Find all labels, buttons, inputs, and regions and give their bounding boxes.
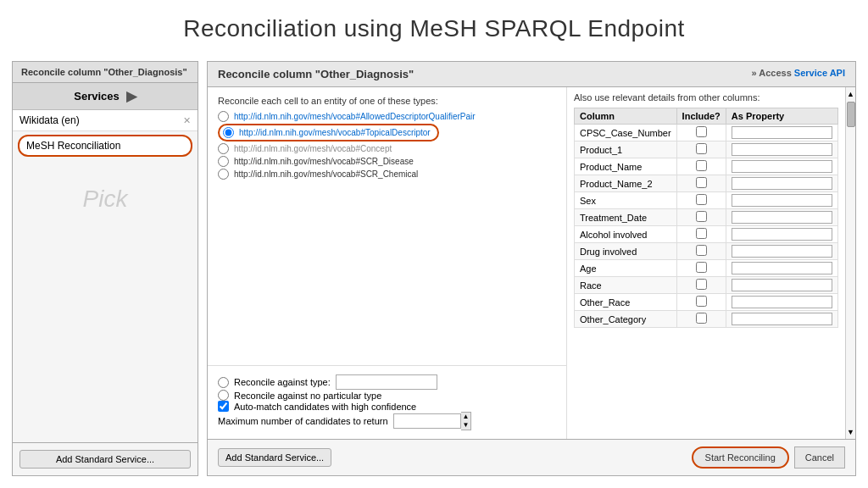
add-standard-service-button-left[interactable]: Add Standard Service... xyxy=(19,450,191,469)
table-row: Treatment_Date xyxy=(575,209,838,226)
auto-match-checkbox[interactable] xyxy=(218,401,229,412)
col-property-input[interactable] xyxy=(732,279,832,291)
scroll-thumb[interactable] xyxy=(847,102,855,127)
col-property-cell xyxy=(726,260,837,277)
add-service-icon[interactable]: ▶ xyxy=(126,88,136,104)
col-property-input[interactable] xyxy=(732,160,832,173)
col-include-checkbox[interactable] xyxy=(696,296,707,307)
spinner-down-icon[interactable]: ▼ xyxy=(461,421,471,430)
col-property-cell xyxy=(726,209,837,226)
reconcile-against-type-row: Reconcile against type: xyxy=(218,374,556,390)
service-api-anchor[interactable]: Service API xyxy=(794,68,845,78)
col-property-input[interactable] xyxy=(732,262,832,274)
type-option-0[interactable]: http://id.nlm.nih.gov/mesh/vocab#Allowed… xyxy=(218,111,556,122)
col-property-cell xyxy=(726,141,837,158)
table-row: Product_1 xyxy=(575,141,838,158)
type-option-4[interactable]: http://id.nlm.nih.gov/mesh/vocab#SCR_Che… xyxy=(218,169,556,180)
type-label-3: http://id.nlm.nih.gov/mesh/vocab#SCR_Dis… xyxy=(234,157,414,166)
reconcile-type-radio[interactable] xyxy=(218,377,229,388)
table-row: Age xyxy=(575,260,838,277)
wikidata-service-item[interactable]: Wikidata (en) ✕ xyxy=(13,110,198,131)
max-candidates-input[interactable] xyxy=(393,413,461,429)
type-radio-2[interactable] xyxy=(218,143,229,154)
spinner-buttons[interactable]: ▲ ▼ xyxy=(461,412,472,430)
type-option-2[interactable]: http://id.nlm.nih.gov/mesh/vocab#Concept xyxy=(218,143,556,154)
full-dialog: Reconcile column "Other_Diagnosis" » Acc… xyxy=(207,61,856,476)
col-name-cell: Product_Name xyxy=(575,158,677,175)
col-property-input[interactable] xyxy=(732,228,832,241)
auto-match-label: Auto-match candidates with high confiden… xyxy=(234,402,416,412)
col-property-input[interactable] xyxy=(732,143,832,156)
pick-text: Pick xyxy=(13,160,198,238)
col-name-cell: Alcohol involved xyxy=(575,226,677,243)
col-name-cell: Age xyxy=(575,260,677,277)
col-header-property: As Property xyxy=(726,108,837,125)
col-property-input[interactable] xyxy=(732,126,832,139)
auto-match-row: Auto-match candidates with high confiden… xyxy=(218,401,556,412)
left-panel-title: Reconcile column "Other_Diagnosis" xyxy=(13,62,198,83)
col-property-input[interactable] xyxy=(732,177,832,190)
left-panel: Reconcile column "Other_Diagnosis" Servi… xyxy=(12,61,198,476)
col-property-cell xyxy=(726,125,837,141)
col-include-cell xyxy=(676,141,726,158)
col-name-cell: Other_Category xyxy=(575,311,677,328)
dialog-left-bottom: Reconcile against type: Reconcile agains… xyxy=(208,365,566,439)
col-include-cell xyxy=(676,294,726,311)
col-name-cell: Product_Name_2 xyxy=(575,175,677,192)
type-radio-3[interactable] xyxy=(218,156,229,167)
type-radio-0[interactable] xyxy=(218,111,229,122)
reconcile-no-type-label: Reconcile against no particular type xyxy=(234,391,381,401)
col-include-cell xyxy=(676,192,726,209)
type-label-4: http://id.nlm.nih.gov/mesh/vocab#SCR_Che… xyxy=(234,169,418,179)
col-include-checkbox[interactable] xyxy=(696,211,707,222)
start-reconciling-button[interactable]: Start Reconciling xyxy=(692,446,789,469)
wikidata-close-icon[interactable]: ✕ xyxy=(183,115,191,126)
col-name-cell: Drug involved xyxy=(575,243,677,260)
col-name-cell: CPSC_Case_Number xyxy=(575,125,677,141)
max-candidates-label: Maximum number of candidates to return xyxy=(218,416,388,426)
scroll-up-arrow[interactable]: ▲ xyxy=(845,88,855,100)
col-property-cell xyxy=(726,294,837,311)
col-include-checkbox[interactable] xyxy=(696,228,707,239)
reconcile-type-input[interactable] xyxy=(336,374,437,390)
service-api-link[interactable]: » Access Service API xyxy=(751,68,845,78)
max-candidates-spinner[interactable]: ▲ ▼ xyxy=(393,412,472,430)
col-include-checkbox[interactable] xyxy=(696,279,707,290)
type-option-1[interactable]: http://id.nlm.nih.gov/mesh/vocab#Topical… xyxy=(218,124,556,141)
scroll-down-arrow[interactable]: ▼ xyxy=(845,426,855,438)
type-radio-1[interactable] xyxy=(223,127,234,138)
col-property-input[interactable] xyxy=(732,313,832,325)
col-property-input[interactable] xyxy=(732,245,832,258)
col-include-cell xyxy=(676,125,726,141)
left-panel-bottom: Add Standard Service... xyxy=(13,442,198,475)
cancel-button[interactable]: Cancel xyxy=(794,446,845,469)
page-title: Reconciliation using MeSH SPARQL Endpoin… xyxy=(0,0,868,51)
col-property-input[interactable] xyxy=(732,211,832,224)
col-name-cell: Treatment_Date xyxy=(575,209,677,226)
mesh-service-item[interactable]: MeSH Reconciliation xyxy=(18,135,192,157)
col-property-cell xyxy=(726,175,837,192)
col-include-checkbox[interactable] xyxy=(696,262,707,273)
reconcile-no-type-radio[interactable] xyxy=(218,390,229,401)
type-label-0: http://id.nlm.nih.gov/mesh/vocab#Allowed… xyxy=(234,112,476,121)
type-radio-4[interactable] xyxy=(218,169,229,180)
table-row: Other_Race xyxy=(575,294,838,311)
type-option-3[interactable]: http://id.nlm.nih.gov/mesh/vocab#SCR_Dis… xyxy=(218,156,556,167)
add-standard-service-button-right[interactable]: Add Standard Service... xyxy=(218,448,331,467)
dialog-left-top: Reconcile each cell to an entity of one … xyxy=(208,87,566,365)
reconcile-type-label: Reconcile against type: xyxy=(234,377,331,387)
col-include-checkbox[interactable] xyxy=(696,177,707,188)
col-include-checkbox[interactable] xyxy=(696,194,707,205)
col-include-checkbox[interactable] xyxy=(696,245,707,256)
col-include-checkbox[interactable] xyxy=(696,160,707,171)
col-include-checkbox[interactable] xyxy=(696,313,707,324)
spinner-up-icon[interactable]: ▲ xyxy=(461,413,471,421)
col-include-cell xyxy=(676,209,726,226)
col-property-input[interactable] xyxy=(732,296,832,308)
col-include-checkbox[interactable] xyxy=(696,126,707,137)
type-option-1-highlighted[interactable]: http://id.nlm.nih.gov/mesh/vocab#Topical… xyxy=(218,124,439,141)
col-include-checkbox[interactable] xyxy=(696,143,707,154)
table-row: Other_Category xyxy=(575,311,838,328)
col-property-input[interactable] xyxy=(732,194,832,207)
columns-section-label: Also use relevant details from other col… xyxy=(574,92,838,103)
